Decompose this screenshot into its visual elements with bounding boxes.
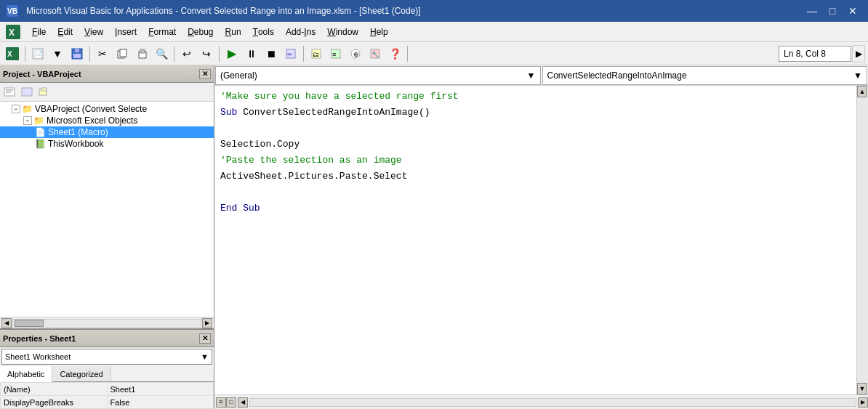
tb-break[interactable]: ⏸ [242, 45, 261, 62]
tb-sep5 [303, 46, 304, 62]
code-hscroll-right[interactable]: ▶ [858, 397, 868, 408]
code-line-1: 'Make sure you have a selected range fir… [220, 89, 851, 105]
tb-cut[interactable]: ✂ [93, 45, 112, 62]
properties-dropdown[interactable]: Sheet1 Worksheet ▼ [1, 349, 212, 365]
tab-categorized[interactable]: Categorized [52, 366, 110, 381]
code-view-full[interactable]: □ [226, 397, 236, 408]
props-val-displaypagebreaks[interactable]: False [107, 396, 214, 409]
code-dropdown-general[interactable]: (General) ▼ [215, 66, 541, 85]
svg-rect-28 [41, 88, 47, 91]
tb-paste[interactable] [132, 45, 151, 62]
code-editor[interactable]: 'Make sure you have a selected range fir… [214, 86, 856, 394]
code-scroll-down[interactable]: ▼ [857, 383, 867, 394]
tb-object-browser[interactable]: ⊕ [346, 45, 365, 62]
title-bar-text: Microsoft Visual Basic for Applications … [26, 6, 421, 16]
menu-view[interactable]: View [79, 23, 109, 41]
menu-insert[interactable]: Insert [109, 23, 142, 41]
tb-excel-icon[interactable]: X [3, 45, 22, 62]
code-view-proc[interactable]: ≡ [216, 397, 226, 408]
project-scroll-track[interactable] [12, 319, 201, 328]
project-panel-title: Project - VBAProject [3, 70, 81, 78]
tb-toolbox[interactable]: 🔧 [366, 45, 385, 62]
svg-rect-10 [120, 49, 126, 57]
props-val-name[interactable]: Sheet1 [107, 383, 214, 396]
svg-rect-7 [73, 54, 81, 58]
tb-project-explorer[interactable]: 🗂 [307, 45, 326, 62]
code-toolbar: (General) ▼ ConvertSelectedRangeIntoAnIm… [214, 65, 868, 86]
menu-help[interactable]: Help [364, 23, 394, 41]
project-scroll-thumb[interactable] [15, 320, 44, 327]
proj-btn-view-code[interactable] [1, 85, 17, 100]
tb-properties[interactable]: ≡ [326, 45, 345, 62]
properties-panel-header: Properties - Sheet1 ✕ [0, 330, 214, 347]
tb-sep3 [174, 46, 174, 62]
code-bottom-btns: ≡ □ [214, 397, 238, 408]
menu-debug[interactable]: Debug [182, 23, 219, 41]
expand-excel-objects[interactable]: − [23, 116, 32, 125]
tb-insert-dropdown[interactable]: ▼ [48, 45, 67, 62]
code-dropdown-general-label: (General) [220, 70, 257, 81]
project-tree: − 📁 VBAProject (Convert Selecte − 📁 Micr… [0, 102, 214, 317]
code-dropdown-procedure-label: ConvertSelectedRangeIntoAnImage [547, 70, 687, 81]
properties-panel-close[interactable]: ✕ [199, 333, 211, 344]
properties-panel-title: Properties - Sheet1 [3, 334, 76, 343]
menu-tools[interactable]: Tools [247, 23, 280, 41]
tb-undo[interactable]: ↩ [177, 45, 196, 62]
toolbar-scroll-right[interactable]: ▶ [852, 45, 865, 62]
tree-label-excel-objects: Microsoft Excel Objects [47, 116, 137, 126]
project-panel-close[interactable]: ✕ [199, 69, 211, 79]
tb-stop[interactable]: ⏹ [262, 45, 281, 62]
tab-alphabetic[interactable]: Alphabetic [0, 366, 52, 382]
tb-run[interactable]: ▶ [222, 45, 241, 62]
menu-window[interactable]: Window [321, 23, 364, 41]
code-scroll-up[interactable]: ▲ [857, 86, 867, 97]
svg-rect-12 [140, 49, 145, 53]
menu-addins[interactable]: Add-Ins [280, 23, 321, 41]
tb-find[interactable]: 🔍 [152, 45, 171, 62]
tb-redo[interactable]: ↪ [197, 45, 216, 62]
tree-item-thisworkbook[interactable]: 📗 ThisWorkbook [0, 138, 214, 150]
title-bar: VB Microsoft Visual Basic for Applicatio… [0, 0, 868, 22]
tree-item-excel-objects[interactable]: − 📁 Microsoft Excel Objects [0, 115, 214, 126]
tb-help[interactable]: ❓ [385, 45, 404, 62]
tb-insert-module[interactable]: 📄 [28, 45, 47, 62]
svg-text:📄: 📄 [34, 49, 44, 59]
props-row-name: (Name) Sheet1 [1, 383, 214, 396]
tb-design-mode[interactable]: ✏ [281, 45, 300, 62]
project-scroll-right[interactable]: ▶ [202, 318, 212, 328]
project-toolbar [0, 83, 214, 102]
code-hscroll-left[interactable]: ◀ [238, 397, 248, 408]
expand-vbaproject[interactable]: − [12, 105, 20, 113]
project-scroll-left[interactable]: ◀ [1, 318, 12, 328]
proj-btn-toggle-folders[interactable] [36, 85, 52, 100]
code-scroll-track[interactable] [857, 97, 868, 383]
menu-file[interactable]: File [26, 23, 52, 41]
code-line-7 [220, 185, 851, 201]
tb-save[interactable] [68, 45, 87, 62]
code-hscroll-track[interactable] [249, 398, 856, 407]
code-line-8: End Sub [220, 201, 851, 216]
menu-run[interactable]: Run [220, 23, 247, 41]
tb-copy[interactable] [113, 45, 132, 62]
tree-icon-vbaproject: 📁 [22, 104, 33, 114]
tree-item-sheet1[interactable]: 📄 Sheet1 (Macro) [0, 126, 214, 138]
tb-sep1 [25, 46, 25, 62]
menu-edit[interactable]: Edit [52, 23, 79, 41]
menu-bar: X File Edit View Insert Format Debug Run… [0, 22, 868, 42]
left-panel: Project - VBAProject ✕ − 📁 VBAProject (C… [0, 65, 214, 409]
menu-format[interactable]: Format [142, 23, 182, 41]
code-line-5: 'Paste the selection as an image [220, 153, 851, 169]
code-dropdown-procedure[interactable]: ConvertSelectedRangeIntoAnImage ▼ [542, 66, 868, 85]
properties-tabs: Alphabetic Categorized [0, 366, 214, 382]
maximize-button[interactable]: □ [823, 4, 842, 18]
svg-text:X: X [7, 50, 12, 58]
props-key-displaypagebreaks: DisplayPageBreaks [1, 396, 108, 409]
project-hscrollbar: ◀ ▶ [0, 317, 214, 328]
properties-panel: Properties - Sheet1 ✕ Sheet1 Worksheet ▼… [0, 328, 214, 409]
close-button[interactable]: ✕ [843, 4, 862, 18]
proj-btn-view-object[interactable] [19, 85, 35, 100]
svg-text:≡: ≡ [332, 51, 336, 58]
tree-item-vbaproject[interactable]: − 📁 VBAProject (Convert Selecte [0, 103, 214, 115]
minimize-button[interactable]: — [803, 4, 821, 18]
tree-label-sheet1: Sheet1 (Macro) [48, 127, 108, 137]
